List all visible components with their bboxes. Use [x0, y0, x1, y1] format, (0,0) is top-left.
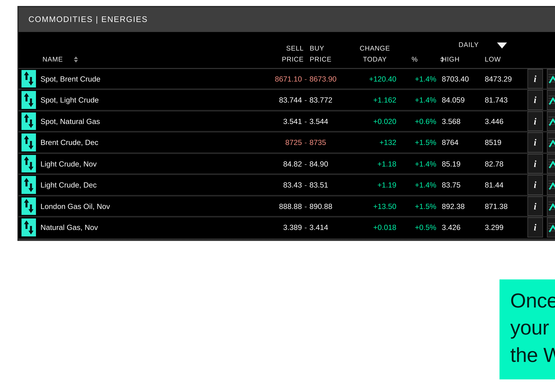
- buy-price: 890.88: [309, 202, 332, 210]
- column-header-change-today[interactable]: TODAY: [343, 55, 407, 63]
- change-percent: +0.6%: [393, 111, 436, 131]
- change-percent: +1.4%: [393, 154, 436, 173]
- column-header-sell[interactable]: SELL: [243, 44, 304, 52]
- sell-price: 8671.10: [275, 74, 302, 83]
- instrument-name[interactable]: London Gas Oil, Nov: [41, 196, 110, 216]
- change-percent: +1.4%: [393, 90, 436, 110]
- chart-button[interactable]: [547, 111, 555, 131]
- info-button[interactable]: i: [527, 133, 543, 152]
- info-button[interactable]: i: [527, 154, 543, 173]
- chart-button[interactable]: [547, 196, 555, 216]
- instrument-updown-icon[interactable]: [22, 176, 36, 194]
- column-header-name[interactable]: NAME: [43, 55, 63, 63]
- table-row[interactable]: Brent Crude, Dec 8725-8735 +132 +1.5% 87…: [18, 133, 555, 154]
- chart-button[interactable]: [547, 154, 555, 173]
- sell-price: 8725: [285, 138, 302, 147]
- change-today: +1.19: [338, 175, 396, 195]
- daily-high: 8764: [442, 133, 458, 152]
- chart-button[interactable]: [547, 217, 555, 237]
- instrument-name[interactable]: Spot, Natural Gas: [41, 111, 100, 131]
- info-button[interactable]: i: [527, 196, 543, 216]
- chart-button[interactable]: [547, 69, 555, 89]
- sell-price: 83.43: [283, 180, 302, 189]
- info-icon: i: [534, 159, 536, 168]
- chart-icon: [548, 73, 555, 85]
- chart-button[interactable]: [547, 90, 555, 110]
- instrument-updown-icon[interactable]: [22, 133, 36, 151]
- info-button[interactable]: i: [527, 217, 543, 237]
- daily-low: 81.44: [485, 175, 504, 195]
- buy-price: 83.772: [309, 96, 332, 104]
- column-header-low[interactable]: LOW: [485, 55, 501, 63]
- table-row[interactable]: Spot, Natural Gas 3.541-3.544 +0.020 +0.…: [18, 111, 555, 133]
- buy-price: 8735: [309, 138, 326, 147]
- daily-high: 85.19: [442, 154, 460, 173]
- info-button[interactable]: i: [527, 90, 543, 110]
- instrument-updown-icon[interactable]: [22, 91, 36, 109]
- instrument-updown-icon[interactable]: [22, 70, 36, 88]
- column-header-sell-price[interactable]: PRICE: [243, 55, 304, 63]
- table-row[interactable]: Light Crude, Nov 84.82-84.90 +1.18 +1.4%…: [18, 154, 555, 175]
- window-bottom-frame: [18, 238, 555, 241]
- tooltip-text-line: the Watchlist icon.: [510, 341, 555, 368]
- chart-icon: [548, 200, 555, 212]
- instrument-name[interactable]: Spot, Light Crude: [41, 90, 99, 110]
- column-header-change[interactable]: CHANGE: [343, 44, 407, 52]
- daily-high: 83.75: [442, 175, 460, 195]
- change-percent: +1.5%: [393, 196, 436, 216]
- chart-button[interactable]: [547, 133, 555, 152]
- buy-price: 3.544: [309, 117, 328, 125]
- info-icon: i: [534, 74, 536, 83]
- column-header-percent[interactable]: %: [412, 55, 418, 63]
- daily-high: 84.059: [442, 90, 465, 110]
- price-separator: -: [305, 117, 307, 125]
- chart-icon: [548, 94, 555, 106]
- instrument-updown-icon[interactable]: [22, 155, 36, 172]
- instrument-name[interactable]: Light Crude, Dec: [41, 175, 97, 195]
- daily-high: 892.38: [442, 196, 465, 216]
- sell-price: 3.541: [283, 117, 302, 125]
- change-today: +120.40: [338, 69, 396, 89]
- daily-high: 3.568: [442, 111, 460, 131]
- buy-price: 84.90: [309, 159, 328, 168]
- chart-icon: [548, 136, 555, 148]
- price-separator: -: [305, 159, 307, 168]
- change-today: +13.50: [338, 196, 396, 216]
- table-row[interactable]: London Gas Oil, Nov 888.88-890.88 +13.50…: [18, 196, 555, 217]
- instrument-updown-icon[interactable]: [22, 112, 36, 130]
- info-button[interactable]: i: [527, 69, 543, 89]
- info-button[interactable]: i: [527, 111, 543, 131]
- daily-low: 82.78: [485, 154, 504, 173]
- sell-price: 888.88: [279, 202, 302, 210]
- chart-icon: [548, 221, 555, 233]
- change-today: +0.020: [338, 111, 396, 131]
- daily-low: 8519: [485, 133, 501, 152]
- chevron-down-icon[interactable]: [497, 42, 507, 48]
- chart-icon: [548, 158, 555, 170]
- instrument-name[interactable]: Spot, Brent Crude: [41, 69, 101, 89]
- table-row[interactable]: Spot, Brent Crude 8671.10-8673.90 +120.4…: [18, 69, 555, 90]
- buy-price: 8673.90: [309, 74, 336, 83]
- table-row[interactable]: Spot, Light Crude 83.744-83.772 +1.162 +…: [18, 90, 555, 111]
- table-row[interactable]: Light Crude, Dec 83.43-83.51 +1.19 +1.4%…: [18, 175, 555, 196]
- tooltip-text-line: your account, click: [510, 314, 555, 341]
- info-button[interactable]: i: [527, 175, 543, 195]
- instrument-name[interactable]: Light Crude, Nov: [41, 154, 97, 173]
- instrument-updown-icon[interactable]: [22, 219, 36, 236]
- sort-icon[interactable]: [74, 56, 78, 62]
- daily-high: 8703.40: [442, 69, 469, 89]
- price-separator: -: [305, 202, 307, 210]
- table-row[interactable]: Natural Gas, Nov 3.389-3.414 +0.018 +0.5…: [18, 217, 555, 237]
- instrument-updown-icon[interactable]: [22, 197, 36, 215]
- daily-low: 81.743: [485, 90, 508, 110]
- window-titlebar[interactable]: COMMODITIES | ENERGIES: [18, 7, 555, 32]
- instrument-name[interactable]: Natural Gas, Nov: [41, 217, 98, 237]
- instrument-name[interactable]: Brent Crude, Dec: [41, 133, 98, 152]
- chart-button[interactable]: [547, 175, 555, 195]
- change-percent: +1.4%: [393, 175, 436, 195]
- table-header: NAME SELL PRICE BUY PRICE CHANGE TODAY %…: [18, 32, 555, 69]
- daily-low: 8473.29: [485, 69, 512, 89]
- column-header-daily[interactable]: DAILY: [459, 41, 479, 48]
- column-header-high[interactable]: HIGH: [442, 55, 460, 63]
- change-today: +1.18: [338, 154, 396, 173]
